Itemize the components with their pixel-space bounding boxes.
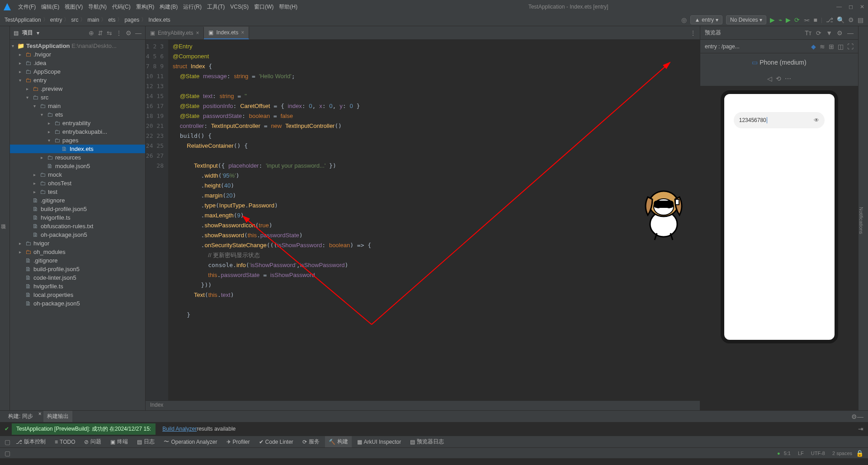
eye-icon[interactable]: 👁 <box>814 117 819 123</box>
rotate-icon[interactable]: ⟲ <box>776 75 781 82</box>
tree-node[interactable]: ▾🗀src <box>10 93 145 102</box>
bottom-tab-build[interactable]: 🔨 构建 <box>325 436 352 447</box>
build-output-tab[interactable]: 构建输出 <box>43 411 72 422</box>
bottom-tab-linter[interactable]: ✔ Code Linter <box>255 437 297 447</box>
close-tab-icon[interactable]: × <box>241 29 244 36</box>
close-tab-icon[interactable]: × <box>38 411 42 422</box>
device-selector[interactable]: No Devices ▾ <box>726 15 766 24</box>
expand-icon[interactable]: ⛶ <box>847 43 854 50</box>
tree-node[interactable]: 🗎oh-package.json5 <box>10 299 145 308</box>
tree-node-selected[interactable]: 🗎Index.ets <box>10 145 145 153</box>
run-config-selector[interactable]: ▲ entry ▾ <box>690 15 722 24</box>
editor-tab-active[interactable]: ▣ Index.ets × <box>204 27 249 39</box>
bottom-tab-todo[interactable]: ≡ TODO <box>51 437 79 447</box>
more-icon[interactable]: ⋯ <box>785 75 791 82</box>
editor-tab[interactable]: ▣ EntryAbility.ets × <box>146 27 204 39</box>
tree-node[interactable]: 🗎hvigorfile.ts <box>10 213 145 222</box>
preview-text-input[interactable]: 123456780 👁 <box>734 112 825 128</box>
menu-edit[interactable]: 编辑(E) <box>38 3 62 11</box>
status-caret-pos[interactable]: 5:1 <box>780 451 794 456</box>
refresh-icon[interactable]: ⟳ <box>816 29 821 37</box>
menu-build[interactable]: 构建(B) <box>157 3 180 11</box>
tree-node[interactable]: ▸🗀mock <box>10 170 145 179</box>
bottom-tab-services[interactable]: ⟳ 服务 <box>299 436 323 447</box>
hide-icon[interactable]: ⋮ <box>116 29 122 37</box>
text-scale-icon[interactable]: Tт <box>805 29 811 37</box>
project-tree[interactable]: ▾📁 TestApplication E:\nana\Deskto... ▸🗀.… <box>10 40 145 410</box>
tree-node[interactable]: 🗎.gitignore <box>10 256 145 265</box>
tree-node[interactable]: ▸🗀AppScope <box>10 67 145 76</box>
debug-icon[interactable]: ⌁ <box>778 16 782 23</box>
layers-icon[interactable]: ≋ <box>820 43 825 50</box>
left-tab-project[interactable]: 项目 <box>0 31 7 410</box>
tree-root[interactable]: ▾📁 TestApplication E:\nana\Deskto... <box>10 42 145 50</box>
search-icon[interactable]: 🔍 <box>837 16 844 23</box>
menu-code[interactable]: 代码(C) <box>109 3 133 11</box>
menu-run[interactable]: 运行(R) <box>180 3 204 11</box>
lock-icon[interactable]: 🔒 <box>856 450 863 457</box>
close-tab-icon[interactable]: × <box>196 30 199 36</box>
project-view-icon[interactable]: ▤ <box>14 30 19 36</box>
target-icon[interactable]: ◎ <box>681 16 687 23</box>
tree-node[interactable]: ▸🗀entryability <box>10 119 145 127</box>
tree-node[interactable]: ▾🗀ets <box>10 110 145 119</box>
right-tab-notifications[interactable]: Notifications <box>859 31 864 410</box>
split-icon[interactable]: ◫ <box>838 43 844 50</box>
minimize-panel-icon[interactable]: — <box>847 29 854 37</box>
run-icon[interactable]: ▶ <box>770 16 775 23</box>
close-icon[interactable]: ✕ <box>860 4 864 10</box>
gear-icon[interactable]: ⚙ <box>851 413 857 420</box>
minimize-panel-icon[interactable]: — <box>135 29 142 37</box>
tree-node[interactable]: 🗎build-profile.json5 <box>10 205 145 213</box>
filter-icon[interactable]: ▼ <box>826 29 832 37</box>
tree-node[interactable]: 🗎obfuscation-rules.txt <box>10 222 145 230</box>
tree-node[interactable]: 🗎code-linter.json5 <box>10 273 145 282</box>
grid-icon[interactable]: ⊞ <box>829 43 834 50</box>
attach-icon[interactable]: ⫘ <box>803 16 810 23</box>
menu-help[interactable]: 帮助(H) <box>276 3 300 11</box>
build-analyzer-link[interactable]: Build Analyzer <box>162 426 197 432</box>
gear-icon[interactable]: ⚙ <box>837 29 843 37</box>
sdk-icon[interactable]: ▤ <box>858 16 863 23</box>
bottom-tab-profiler[interactable]: ✈ Profiler <box>223 437 254 447</box>
editor-menu-icon[interactable]: ⋮ <box>686 29 700 37</box>
breadcrumb[interactable]: src <box>71 17 78 23</box>
profile-icon[interactable]: ⟳ <box>794 16 800 23</box>
bottom-tab-vcs[interactable]: ⎇ 版本控制 <box>12 436 49 447</box>
tree-node[interactable]: ▾🗀pages <box>10 136 145 145</box>
tree-node[interactable]: ▾🗀entry <box>10 76 145 85</box>
build-sync-tab[interactable]: 构建: 同步 <box>5 411 37 422</box>
menu-vcs[interactable]: VCS(S) <box>227 4 251 10</box>
back-icon[interactable]: ◁ <box>767 75 772 82</box>
menu-file[interactable]: 文件(F) <box>15 3 38 11</box>
inspector-icon[interactable]: ◆ <box>811 43 816 50</box>
collapse-icon[interactable]: ⇥ <box>858 425 863 432</box>
phone-preview[interactable]: 123456780 👁 <box>721 90 838 343</box>
collapse-icon[interactable]: ⇆ <box>107 29 112 37</box>
tree-node[interactable]: ▸🗀.preview <box>10 85 145 93</box>
breadcrumb[interactable]: Index.ets <box>148 17 170 23</box>
select-opened-icon[interactable]: ⊕ <box>89 29 94 37</box>
minimize-panel-icon[interactable]: — <box>857 413 863 420</box>
tree-node[interactable]: 🗎local.properties <box>10 291 145 299</box>
terminal-toggle-icon[interactable]: ▢ <box>5 438 10 446</box>
status-encoding[interactable]: UTF-8 <box>807 451 829 456</box>
gear-icon[interactable]: ⚙ <box>126 29 132 37</box>
stop-icon[interactable]: ■ <box>813 16 817 23</box>
breadcrumb[interactable]: TestApplication <box>5 17 41 23</box>
menu-window[interactable]: 窗口(W) <box>251 3 276 11</box>
bottom-tab-op-analyzer[interactable]: 〜 Operation Analyzer <box>160 436 221 447</box>
dropdown-icon[interactable]: ▾ <box>37 30 39 36</box>
maximize-icon[interactable]: ◻ <box>849 4 853 10</box>
minimize-icon[interactable]: — <box>836 4 842 10</box>
breadcrumb[interactable]: entry <box>50 17 62 23</box>
tool-window-icon[interactable]: ▢ <box>5 450 10 457</box>
bottom-tab-preview-log[interactable]: ▤ 预览器日志 <box>406 436 448 447</box>
bottom-tab-problems[interactable]: ⊘ 问题 <box>80 436 105 447</box>
code-content[interactable]: @Entry @Component struct Index { @State … <box>168 40 700 400</box>
tree-node[interactable]: ▸🗀hvigor <box>10 239 145 248</box>
coverage-icon[interactable]: ▶ <box>786 16 791 23</box>
git-icon[interactable]: ⎇ <box>826 16 833 23</box>
tree-node[interactable]: ▸🗀entrybackupabi... <box>10 127 145 136</box>
menu-navigate[interactable]: 导航(N) <box>85 3 109 11</box>
